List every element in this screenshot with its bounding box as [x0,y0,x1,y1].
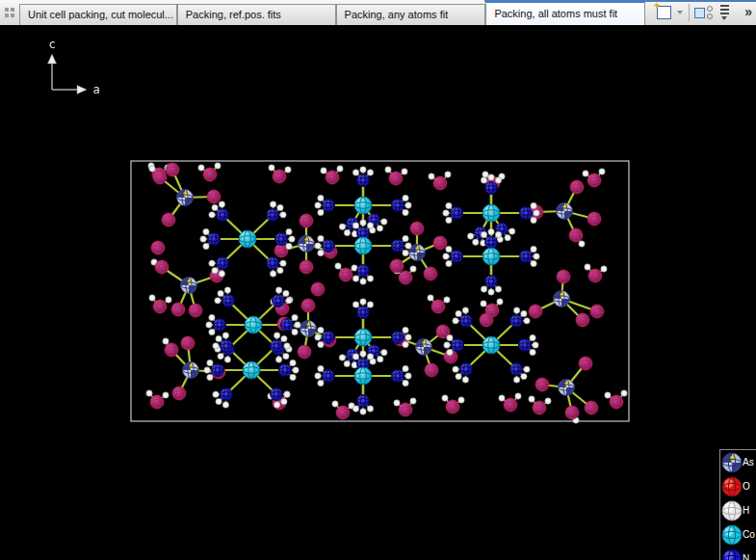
list-arrow-icon [720,5,729,20]
n-sphere-icon [721,548,743,560]
legend-entry: N [720,547,756,560]
tab-packing-refpos-fits[interactable]: Packing, ref.pos. fits [177,4,336,25]
tab-label: Packing, ref.pos. fits [186,9,281,20]
sparkle-icon: ✦ [653,1,661,11]
legend-label: O [743,481,750,492]
o-sphere-icon [721,476,743,497]
tab-label: Packing, any atoms fit [345,9,449,20]
svg-text:a: a [92,83,99,96]
new-view-icon: ✦ [657,6,671,19]
legend-label: As [743,457,754,467]
tab-unit-cell-packing[interactable]: Unit cell packing, cut molecul... [19,4,177,25]
new-view-dropdown-arrow[interactable] [674,3,686,22]
form-layout-button[interactable] [692,3,714,22]
tab-toolbar: ✦ » [653,0,756,25]
tab-bar: Unit cell packing, cut molecul... Packin… [0,0,756,25]
tab-packing-any-atoms-fit[interactable]: Packing, any atoms fit [336,4,486,25]
new-view-button[interactable]: ✦ [653,3,674,22]
list-options-button[interactable] [714,3,735,22]
toolbar-separator [689,4,690,21]
legend-label: H [743,505,749,516]
svg-text:c: c [48,38,55,51]
legend-entry: As [720,450,756,474]
legend-entry: Co [720,522,756,547]
axis-indicator: ca [48,38,100,96]
toolbar-grip-handle[interactable] [0,2,19,23]
structure-canvas[interactable]: ca AsOHCoN [0,25,756,560]
form-layout-icon [694,6,713,19]
h-sphere-icon [721,500,743,521]
tab-overflow-chevron[interactable]: » [744,4,750,19]
co-sphere-icon [721,524,743,546]
legend-label: Co [743,529,755,540]
chevron-down-icon [677,11,683,14]
tab-label: Packing, all atoms must fit [494,8,617,19]
legend-entry: H [720,498,756,522]
tab-label: Unit cell packing, cut molecul... [28,9,173,20]
structure-viewport[interactable]: ca [0,25,756,560]
element-legend: AsOHCoN [719,449,756,560]
legend-entry: O [720,474,756,498]
as-sphere-icon [721,452,743,473]
tab-packing-all-atoms-must-fit[interactable]: Packing, all atoms must fit [485,1,645,25]
legend-label: N [743,553,749,560]
